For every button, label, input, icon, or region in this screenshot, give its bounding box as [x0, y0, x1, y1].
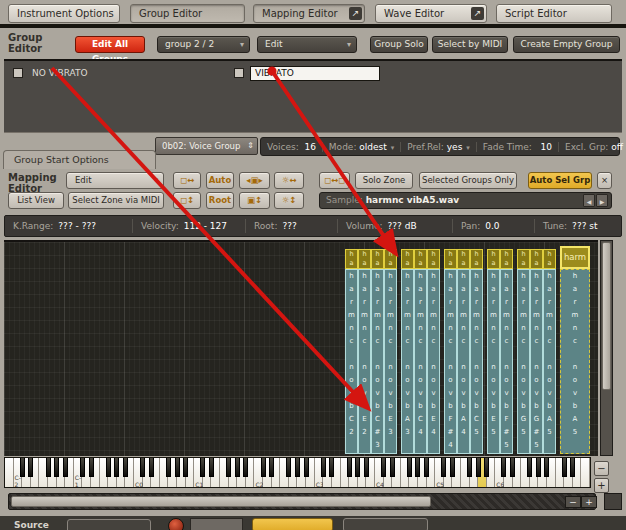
scrollbar-thumb[interactable]	[602, 242, 611, 390]
piano-key-black[interactable]	[46, 458, 51, 477]
piano-key-black[interactable]	[355, 458, 360, 477]
zone[interactable]: harmnc novbC4	[414, 269, 427, 454]
tab-mapping-editor[interactable]: Mapping Editor↗	[253, 4, 365, 23]
automap-width-icon[interactable]: ☼↔	[274, 172, 304, 189]
piano-key-black[interactable]	[106, 458, 111, 477]
zone[interactable]: harmnc novbG5	[517, 269, 530, 454]
scrollbar-thumb[interactable]	[11, 496, 431, 507]
group-selector-dropdown[interactable]: group 2 / 2▾	[157, 36, 250, 53]
zone-selected[interactable]: ha	[384, 249, 397, 269]
piano-key-black[interactable]	[484, 458, 489, 477]
solo-zone-icon[interactable]: ◻↔◻	[319, 172, 350, 189]
piano-key-black[interactable]	[28, 458, 33, 477]
volume-field[interactable]: Volume:??? dB	[337, 219, 452, 233]
zone[interactable]: harmnc novbC5	[470, 269, 483, 454]
zone-selected[interactable]: ha	[530, 249, 543, 269]
tab-script-editor[interactable]: Script Editor	[496, 4, 612, 23]
zone[interactable]: harmnc novbE5	[487, 269, 500, 454]
move-zone-vertical-icon[interactable]: ▣↕	[239, 192, 270, 209]
zone-selected[interactable]: ha	[444, 249, 457, 269]
piano-key-black[interactable]	[562, 458, 567, 477]
popout-window-icon[interactable]: ↗	[471, 7, 484, 20]
zone[interactable]: harmnc novbC#3	[371, 269, 384, 454]
create-empty-group-button[interactable]: Create Empty Group	[513, 36, 620, 53]
zone-height-icon[interactable]: ◻↕	[173, 192, 201, 209]
piano-key-black[interactable]	[476, 458, 481, 477]
amber-button[interactable]	[252, 518, 333, 530]
zone[interactable]: harmnc novbE4	[427, 269, 440, 454]
zone[interactable]: harmnc novbA3	[401, 269, 414, 454]
zone[interactable]: harmnc novbF#4	[444, 269, 457, 454]
piano-key-black[interactable]	[347, 458, 352, 477]
zone-selected[interactable]: ha	[427, 249, 440, 269]
zone-selected[interactable]: ha	[401, 249, 414, 269]
group-enable-checkbox[interactable]	[13, 68, 23, 78]
zone-selected[interactable]: ha	[487, 249, 500, 269]
popout-window-icon[interactable]: ↗	[349, 7, 362, 20]
zone-selected[interactable]: ha	[500, 249, 513, 269]
list-view-button[interactable]: List View	[8, 192, 64, 209]
piano-key-black[interactable]	[544, 458, 549, 477]
piano-key-black[interactable]	[415, 458, 420, 477]
voices-field[interactable]: Voices: 16	[261, 142, 322, 152]
velocity-field[interactable]: Velocity:112 - 127	[132, 219, 245, 233]
close-icon[interactable]: ×	[597, 172, 612, 189]
piano-key-black[interactable]	[510, 458, 515, 477]
root-field[interactable]: Root:???	[245, 219, 337, 233]
piano-key-black[interactable]	[450, 458, 455, 477]
piano-key-black[interactable]	[364, 458, 369, 477]
select-by-midi-button[interactable]: Select by MIDI	[432, 36, 508, 53]
root-key-button[interactable]: Root	[206, 192, 234, 209]
keyboard-zoom-out-button[interactable]: −	[594, 461, 609, 476]
prev-sample-icon[interactable]: ◀	[583, 194, 595, 207]
piano-key-black[interactable]	[321, 458, 326, 477]
edit-all-groups-button[interactable]: Edit All Groups	[75, 36, 145, 53]
voice-group-dropdown[interactable]: 0b02: Voice Group ⇕	[155, 137, 258, 155]
zone-selected[interactable]: ha	[414, 249, 427, 269]
piano-key-black[interactable]	[286, 458, 291, 477]
piano-key-black[interactable]	[295, 458, 300, 477]
piano-key-black[interactable]	[329, 458, 334, 477]
mapping-edit-menu[interactable]: Edit▾	[66, 172, 164, 189]
piano-key-black[interactable]	[536, 458, 541, 477]
piano-key-white[interactable]	[5, 458, 14, 488]
piano-key-black[interactable]	[390, 458, 395, 477]
selected-groups-only-button[interactable]: Selected Groups Only	[419, 172, 517, 189]
tab-wave-editor[interactable]: Wave Editor↗	[375, 4, 487, 23]
piano-key-black[interactable]	[149, 458, 154, 477]
move-zone-horizontal-icon[interactable]: ◂▣▸	[239, 172, 270, 189]
grid-vertical-scrollbar[interactable]	[600, 240, 613, 456]
hscroll-minus-button[interactable]: −	[565, 496, 581, 508]
fade-time-field[interactable]: Fade Time: 10	[476, 142, 558, 152]
piano-key-black[interactable]	[209, 458, 214, 477]
piano-key-black[interactable]	[243, 458, 248, 477]
piano-key-black[interactable]	[80, 458, 85, 477]
piano-key-black[interactable]	[467, 458, 472, 477]
piano-key-black[interactable]	[89, 458, 94, 477]
pan-field[interactable]: Pan:0.0	[452, 219, 534, 233]
group-solo-button[interactable]: Group Solo	[370, 36, 428, 53]
zone[interactable]: harmnc novbA5	[543, 269, 556, 454]
piano-key-black[interactable]	[235, 458, 240, 477]
source-mode-button[interactable]	[67, 519, 151, 530]
piano-key-black[interactable]	[63, 458, 68, 477]
zone[interactable]: harmnc novbE3	[384, 269, 397, 454]
piano-key-black[interactable]	[140, 458, 145, 477]
automap-height-icon[interactable]: ☼↕	[274, 192, 304, 209]
zone[interactable]: harmnc novbF#5	[500, 269, 513, 454]
hscroll-plus-button[interactable]: +	[581, 496, 597, 508]
piano-key-black[interactable]	[114, 458, 119, 477]
zone-selected[interactable]: ha	[371, 249, 384, 269]
piano-key-black[interactable]	[166, 458, 171, 477]
piano-key-black[interactable]	[407, 458, 412, 477]
knob[interactable]	[168, 518, 184, 530]
tune-field[interactable]: Tune:??? st	[534, 219, 621, 233]
button[interactable]	[343, 518, 428, 530]
excl-grp-field[interactable]: Excl. Grp: off▾	[558, 142, 626, 152]
piano-key-black[interactable]	[570, 458, 575, 477]
zone[interactable]: harmnc novbA5	[560, 269, 590, 454]
zone-width-icon[interactable]: ◻↔	[173, 172, 201, 189]
zone-selected[interactable]: ha	[457, 249, 470, 269]
piano-key-white[interactable]	[581, 458, 590, 488]
zone[interactable]: harmnc novbG#5	[530, 269, 543, 454]
